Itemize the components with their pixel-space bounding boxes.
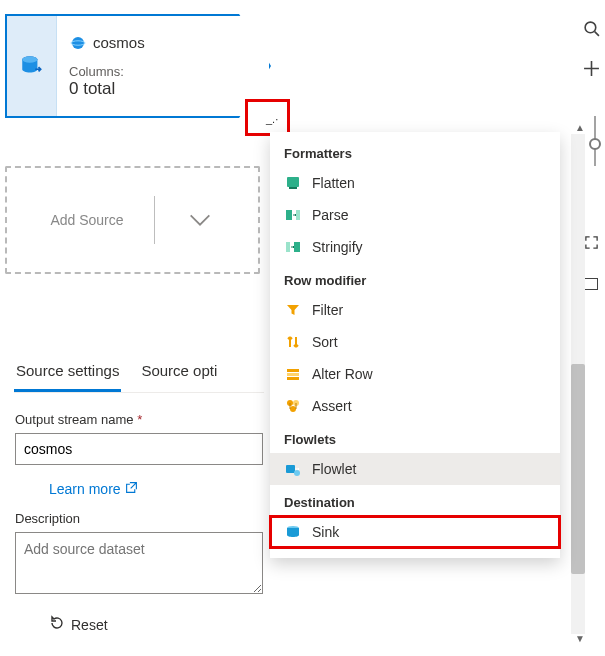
scroll-up-arrow[interactable]: ▲ bbox=[575, 122, 585, 133]
source-settings-form: Output stream name * Learn more Descript… bbox=[15, 412, 263, 634]
scroll-down-arrow[interactable]: ▼ bbox=[575, 633, 585, 644]
source-node-body: cosmos Columns: 0 total bbox=[57, 26, 157, 107]
filter-icon bbox=[284, 301, 302, 319]
menu-scrollbar-thumb[interactable] bbox=[571, 364, 585, 574]
source-node-columns-label: Columns: bbox=[69, 64, 145, 79]
add-source-label: Add Source bbox=[50, 212, 123, 228]
svg-rect-12 bbox=[287, 373, 299, 376]
plus-icon[interactable] bbox=[581, 58, 601, 78]
alter-row-icon bbox=[284, 365, 302, 383]
menu-item-stringify[interactable]: Stringify bbox=[270, 231, 560, 263]
source-node-title: cosmos bbox=[93, 34, 145, 51]
zoom-slider[interactable] bbox=[589, 116, 601, 166]
flatten-icon bbox=[284, 174, 302, 192]
menu-item-filter[interactable]: Filter bbox=[270, 294, 560, 326]
svg-rect-6 bbox=[289, 187, 297, 189]
menu-group-destination: Destination bbox=[270, 485, 560, 516]
svg-point-16 bbox=[290, 406, 296, 412]
parse-icon bbox=[284, 206, 302, 224]
right-rail bbox=[581, 18, 601, 78]
svg-point-1 bbox=[22, 56, 37, 63]
search-icon[interactable] bbox=[581, 18, 601, 38]
source-node-cosmos[interactable]: cosmos Columns: 0 total bbox=[5, 14, 271, 118]
sink-icon bbox=[284, 523, 302, 541]
description-input[interactable] bbox=[15, 532, 263, 594]
menu-group-flowlets: Flowlets bbox=[270, 422, 560, 453]
menu-group-formatters: Formatters bbox=[270, 136, 560, 167]
chevron-down-icon[interactable] bbox=[185, 205, 215, 235]
tab-source-settings[interactable]: Source settings bbox=[14, 362, 121, 392]
output-stream-label: Output stream name * bbox=[15, 412, 263, 427]
svg-rect-8 bbox=[296, 210, 300, 220]
menu-item-parse[interactable]: Parse bbox=[270, 199, 560, 231]
flowlet-icon bbox=[284, 460, 302, 478]
source-node-type-icon bbox=[7, 16, 57, 116]
tab-source-options[interactable]: Source opti bbox=[139, 362, 219, 392]
divider bbox=[154, 196, 155, 244]
svg-rect-7 bbox=[286, 210, 292, 220]
menu-group-row-modifier: Row modifier bbox=[270, 263, 560, 294]
reset-button[interactable]: Reset bbox=[49, 615, 263, 634]
description-label: Description bbox=[15, 511, 263, 526]
reset-icon bbox=[49, 615, 65, 634]
menu-item-assert[interactable]: Assert bbox=[270, 390, 560, 422]
assert-icon bbox=[284, 397, 302, 415]
add-step-button[interactable]: _.· bbox=[266, 113, 278, 125]
output-stream-input[interactable] bbox=[15, 433, 263, 465]
add-source-placeholder[interactable]: Add Source bbox=[5, 166, 260, 274]
sort-icon bbox=[284, 333, 302, 351]
menu-item-sort[interactable]: Sort bbox=[270, 326, 560, 358]
svg-rect-10 bbox=[294, 242, 300, 252]
menu-item-flatten[interactable]: Flatten bbox=[270, 167, 560, 199]
source-node-columns-value: 0 total bbox=[69, 79, 145, 99]
svg-point-18 bbox=[294, 470, 300, 476]
stringify-icon bbox=[284, 238, 302, 256]
svg-point-2 bbox=[72, 37, 84, 49]
svg-rect-9 bbox=[286, 242, 290, 252]
learn-more-link[interactable]: Learn more bbox=[49, 481, 138, 497]
svg-point-4 bbox=[585, 22, 596, 33]
transformation-menu: Formatters Flatten Parse Stringify Row m… bbox=[270, 132, 560, 558]
external-link-icon bbox=[125, 481, 138, 497]
menu-item-flowlet[interactable]: Flowlet bbox=[270, 453, 560, 485]
menu-item-alter-row[interactable]: Alter Row bbox=[270, 358, 560, 390]
svg-rect-5 bbox=[287, 177, 299, 187]
cosmos-db-icon bbox=[69, 34, 87, 52]
svg-rect-11 bbox=[287, 369, 299, 372]
svg-rect-13 bbox=[287, 377, 299, 380]
source-tabs: Source settings Source opti bbox=[14, 362, 264, 393]
menu-item-sink[interactable]: Sink bbox=[270, 516, 560, 548]
svg-rect-17 bbox=[286, 465, 295, 473]
